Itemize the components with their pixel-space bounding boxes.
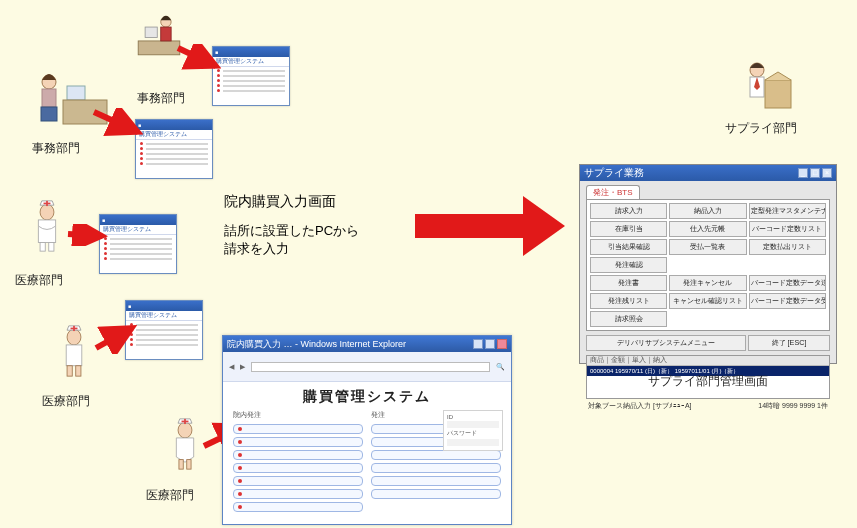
window-icon: ■ [102,217,105,223]
minimize-icon: _ [798,168,808,178]
supply-grid-button[interactable]: 定型発注マスタメンテナンス [749,203,826,219]
menu-pill [233,476,363,486]
arrow-medical1-to-window [66,224,112,246]
supply-grid-button[interactable]: 請求照会 [590,311,667,327]
label-office-dept-1: 事務部門 [137,90,185,107]
close-icon: × [822,168,832,178]
svg-rect-22 [67,366,72,376]
supply-status-left: 対象ブース納品入力 [サブﾒﾆｭｰA] [588,401,692,411]
supply-tab[interactable]: 発注・BTS [586,185,640,199]
address-bar [251,362,490,372]
supply-grid-button[interactable]: 定数払出リスト [749,239,826,255]
login-pw-label: パスワード [447,429,499,438]
svg-rect-29 [187,460,191,470]
center-title: 院内購買入力画面 [224,193,336,211]
svg-rect-1 [145,27,157,37]
supply-grid-button[interactable]: バーコード定数リスト [749,221,826,237]
menu-pill [371,450,501,460]
supply-exit-button[interactable]: 終了 [ESC] [748,335,830,351]
svg-line-10 [94,112,138,132]
svg-rect-5 [67,86,85,100]
arrow-office2-to-window [92,108,148,140]
menu-pill [233,424,363,434]
svg-rect-16 [49,242,54,251]
label-office-dept-2: 事務部門 [32,140,80,157]
arrow-office1-to-window [176,44,226,74]
center-desc-line1: 詰所に設置したPCから [224,222,359,240]
big-window-titlebar: 院内購買入力 … - Windows Internet Explorer [227,338,406,351]
supply-grid-button[interactable]: 引当結果確認 [590,239,667,255]
menu-pill [233,450,363,460]
maximize-icon: □ [810,168,820,178]
minimize-icon [473,339,483,349]
menu-pill [371,463,501,473]
svg-line-17 [68,234,102,236]
browser-toolbar: ◀ ▶ 🔍 [223,352,511,382]
supply-grid-button[interactable]: 在庫引当 [590,221,667,237]
supply-submenu-button[interactable]: デリバリサブシステムメニュー [586,335,746,351]
supply-grid-button[interactable]: 納品入力 [669,203,746,219]
purchase-system-browser-window: 院内購買入力 … - Windows Internet Explorer ◀ ▶… [222,335,512,525]
supply-grid-button[interactable]: 受払一覧表 [669,239,746,255]
supply-grid-button[interactable]: バーコード定数データ送信 [749,275,826,291]
svg-rect-9 [41,107,57,121]
svg-rect-33 [765,80,791,108]
svg-point-25 [178,422,192,438]
arrow-medical2-to-window [92,320,142,354]
login-box: ID パスワード [443,410,503,451]
supply-grid-button[interactable]: 発注キャンセル [669,275,746,291]
supply-status-right: 14時暗 9999 9999 1件 [758,401,828,411]
big-red-arrow [415,196,565,256]
menu-pill [371,489,501,499]
menu-pill [233,489,363,499]
big-window-header: 購買管理システム [223,382,511,410]
svg-rect-14 [38,220,55,243]
supply-grid-button[interactable]: 発注確認 [590,257,667,273]
menu-pill [233,463,363,473]
svg-rect-27 [182,421,189,423]
svg-rect-20 [71,328,78,330]
login-id-label: ID [447,414,499,420]
maximize-icon [485,339,495,349]
svg-line-24 [96,328,132,348]
menu-pill [371,476,501,486]
supply-grid-button[interactable]: 発注書 [590,275,667,291]
center-desc-line2: 請求を入力 [224,240,289,258]
svg-rect-13 [46,201,48,206]
supply-clerk-illustration [735,60,795,116]
close-icon [497,339,507,349]
label-medical-dept-2: 医療部門 [42,393,90,410]
supply-button-grid: 請求入力 納品入力 定型発注マスタメンテナンス 在庫引当 仕入先元帳 バーコード… [586,199,830,331]
col-left-label: 院内発注 [233,410,363,420]
back-icon: ◀ [229,363,234,371]
svg-rect-0 [138,41,180,55]
svg-rect-23 [76,366,81,376]
supply-grid-button[interactable]: バーコード定数データ受信 [749,293,826,309]
svg-rect-15 [40,242,45,251]
supply-management-window: サプライ業務 _ □ × 発注・BTS 請求入力 納品入力 定型発注マスタメンテ… [579,164,837,364]
window-icon: ■ [128,303,131,309]
login-pw-field [447,439,499,446]
label-supply-dept: サプライ部門 [725,120,797,137]
forward-icon: ▶ [240,363,245,371]
svg-rect-3 [161,27,171,41]
login-id-field [447,421,499,428]
supply-grid-button[interactable]: キャンセル確認リスト [669,293,746,309]
svg-rect-28 [179,460,183,470]
label-supply-screen: サプライ部門管理画面 [648,373,768,390]
menu-pill [233,437,363,447]
svg-point-11 [40,204,54,220]
supply-window-titlebar: サプライ業務 [584,166,644,180]
svg-rect-21 [66,345,82,366]
search-icon: 🔍 [496,363,505,371]
supply-grid-button[interactable]: 発注残リスト [590,293,667,309]
label-medical-dept-1: 医療部門 [15,272,63,289]
label-medical-dept-3: 医療部門 [146,487,194,504]
supply-grid-button[interactable]: 請求入力 [590,203,667,219]
svg-rect-8 [42,89,56,107]
supply-grid-button[interactable]: 仕入先元帳 [669,221,746,237]
svg-point-18 [67,329,81,345]
menu-pill [233,502,363,512]
svg-line-4 [178,48,216,66]
supply-table-header: 商品｜金額｜単入｜納入 [587,356,829,366]
